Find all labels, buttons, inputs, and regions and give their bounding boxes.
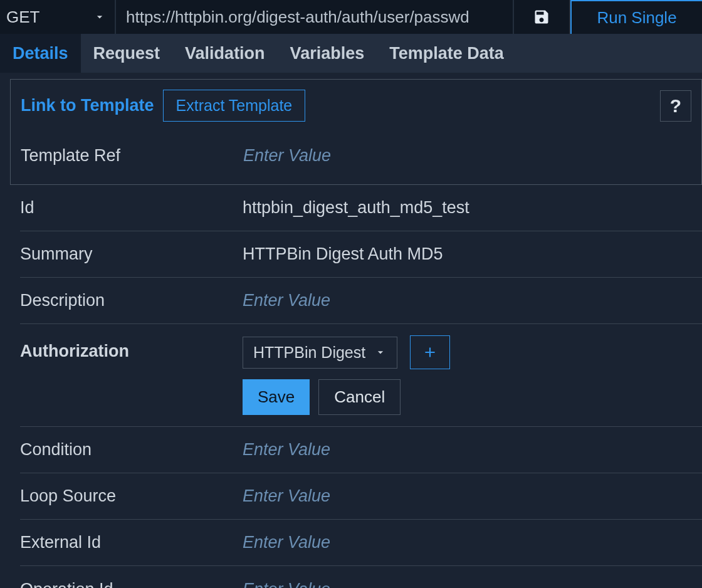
tab-validation[interactable]: Validation <box>172 34 278 73</box>
chevron-down-icon <box>93 11 106 23</box>
id-label: Id <box>20 198 243 218</box>
description-row: Description Enter Value <box>20 278 702 324</box>
authorization-select[interactable]: HTTPBin Digest <box>243 337 397 369</box>
tab-variables[interactable]: Variables <box>278 34 377 73</box>
run-single-label: Run Single <box>597 8 676 28</box>
url-value: https://httpbin.org/digest-auth/auth/use… <box>126 8 469 27</box>
cancel-label: Cancel <box>334 387 385 406</box>
help-icon: ? <box>670 95 681 117</box>
tab-template-data[interactable]: Template Data <box>377 34 516 73</box>
tab-request[interactable]: Request <box>81 34 173 73</box>
tab-label: Request <box>93 44 160 63</box>
save-label: Save <box>258 387 295 406</box>
tab-label: Template Data <box>389 44 504 63</box>
tab-label: Variables <box>290 44 365 63</box>
external-id-label: External Id <box>20 533 243 552</box>
condition-row: Condition Enter Value <box>20 427 702 473</box>
details-panel: Link to Template Extract Template ? Temp… <box>0 73 702 588</box>
summary-label: Summary <box>20 244 243 264</box>
http-method-value: GET <box>6 8 39 27</box>
id-value[interactable]: httpbin_digest_auth_md5_test <box>243 198 702 218</box>
summary-value[interactable]: HTTPBin Digest Auth MD5 <box>243 244 702 264</box>
template-ref-input[interactable]: Enter Value <box>243 146 691 165</box>
extract-template-button[interactable]: Extract Template <box>163 90 306 122</box>
tab-label: Validation <box>185 44 265 63</box>
save-request-button[interactable] <box>514 0 570 34</box>
tab-details[interactable]: Details <box>0 34 81 73</box>
loop-source-row: Loop Source Enter Value <box>20 473 702 520</box>
condition-label: Condition <box>20 440 243 459</box>
authorization-save-button[interactable]: Save <box>243 379 310 415</box>
summary-row: Summary HTTPBin Digest Auth MD5 <box>20 231 702 278</box>
template-ref-row: Template Ref Enter Value <box>21 133 691 179</box>
add-authorization-button[interactable] <box>410 335 450 369</box>
http-method-select[interactable]: GET <box>0 0 116 34</box>
external-id-row: External Id Enter Value <box>20 520 702 566</box>
operation-id-input[interactable]: Enter Value <box>243 580 702 589</box>
plus-icon <box>422 344 438 360</box>
template-ref-label: Template Ref <box>21 146 243 165</box>
external-id-input[interactable]: Enter Value <box>243 533 702 552</box>
tabs-bar: Details Request Validation Variables Tem… <box>0 34 702 73</box>
operation-id-row: Operation Id Enter Value <box>20 566 702 588</box>
description-input[interactable]: Enter Value <box>243 291 702 310</box>
url-input[interactable]: https://httpbin.org/digest-auth/auth/use… <box>116 0 514 34</box>
authorization-label: Authorization <box>20 335 243 361</box>
run-single-button[interactable]: Run Single <box>570 0 702 34</box>
authorization-selected-value: HTTPBin Digest <box>253 344 365 362</box>
id-row: Id httpbin_digest_auth_md5_test <box>20 185 702 231</box>
chevron-down-icon <box>374 346 387 359</box>
tab-label: Details <box>13 44 68 63</box>
loop-source-input[interactable]: Enter Value <box>243 486 702 506</box>
operation-id-label: Operation Id <box>20 580 243 589</box>
save-icon <box>533 8 550 26</box>
description-label: Description <box>20 291 243 310</box>
request-topbar: GET https://httpbin.org/digest-auth/auth… <box>0 0 702 34</box>
link-to-template-label: Link to Template <box>21 96 154 115</box>
extract-template-label: Extract Template <box>176 97 293 114</box>
help-button[interactable]: ? <box>660 90 691 122</box>
details-fields: Id httpbin_digest_auth_md5_test Summary … <box>10 185 702 588</box>
authorization-controls: HTTPBin Digest Save Cancel <box>243 335 450 415</box>
authorization-row: Authorization HTTPBin Digest Save <box>20 324 702 427</box>
template-box-header: Link to Template Extract Template ? <box>21 90 691 122</box>
template-box: Link to Template Extract Template ? Temp… <box>10 79 702 185</box>
condition-input[interactable]: Enter Value <box>243 440 702 459</box>
authorization-cancel-button[interactable]: Cancel <box>318 379 401 415</box>
loop-source-label: Loop Source <box>20 486 243 506</box>
